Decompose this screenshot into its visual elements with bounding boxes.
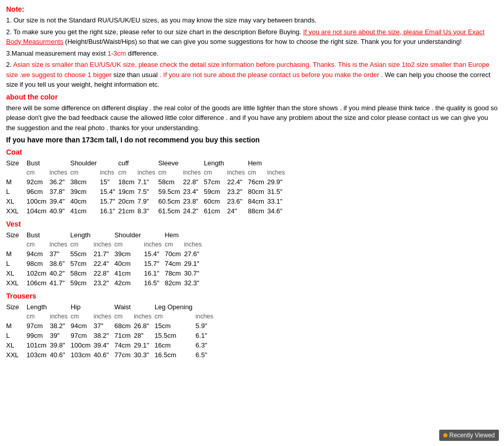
table-cell: 31.5" — [267, 187, 288, 196]
table-cell: 41cm — [70, 206, 100, 216]
table-subheader: cm — [70, 312, 93, 321]
table-header: Hem — [248, 158, 267, 168]
table-cell: 59cm — [70, 278, 94, 288]
table-cell: M — [6, 321, 27, 331]
table-subheader: cm — [165, 240, 184, 249]
table-cell: 38.2" — [93, 331, 114, 340]
table-cell: 39.8" — [50, 340, 71, 350]
table-cell: 6.3" — [195, 340, 216, 350]
about-color-text: there will be some difference on differe… — [6, 103, 498, 133]
table-cell: 15.4" — [144, 249, 165, 259]
table-subheader: cm — [204, 168, 228, 177]
table-cell: 16.1" — [144, 268, 165, 278]
note-line2-suffix: (Height/Bust/Waist/Hips) so that we can … — [63, 38, 462, 45]
table-cell: 94cm — [70, 321, 93, 331]
table-header: Waist — [114, 302, 134, 312]
note-line3-suffix: difference. — [126, 49, 159, 57]
table-cell: 60.5cm — [158, 196, 183, 206]
table-header — [195, 302, 216, 312]
table-cell: 5.9" — [195, 321, 216, 331]
note-line3-red: 1-3cm — [108, 49, 126, 57]
table-cell: 68cm — [114, 321, 134, 331]
table-header: cuff — [118, 158, 138, 168]
table-header: Size — [6, 158, 27, 168]
table-row: XXL103cm40.6"103cm40.6"77cm30.3"16.5cm6.… — [6, 350, 216, 360]
table-cell: 76cm — [248, 177, 267, 187]
table-subheader: inches — [267, 168, 288, 177]
coat-table: SizeBustShouldercuffSleeveLengthHemcminc… — [6, 158, 288, 216]
table-cell: 22.4" — [227, 177, 248, 187]
table-header — [100, 158, 118, 168]
table-row: M94cm37"55cm21.7"39cm15.4"70cm27.6" — [6, 249, 205, 259]
table-header: Length — [27, 302, 50, 312]
table-subheader: inches — [184, 240, 205, 249]
table-cell: 24" — [227, 206, 248, 216]
table-header — [50, 302, 71, 312]
table-cell: 23.2" — [93, 278, 114, 288]
table-cell: XXL — [6, 350, 27, 360]
table-cell: 39.4" — [49, 196, 70, 206]
table-cell: 15.7" — [100, 196, 118, 206]
table-cell: 77cm — [114, 350, 134, 360]
table-cell: 58cm — [158, 177, 183, 187]
table-cell: 40.6" — [93, 350, 114, 360]
table-cell: 38cm — [70, 177, 100, 187]
table-header: Bust — [27, 158, 49, 168]
table-cell: 6.5" — [195, 350, 216, 360]
table-header: Sleeve — [158, 158, 183, 168]
table-row: XXL104cm40.9"41cm16.1"21cm8.3"61.5cm24.2… — [6, 206, 288, 216]
table-cell: 24.2" — [183, 206, 204, 216]
table-cell: 30.3" — [134, 350, 155, 360]
table-cell: 19cm — [118, 187, 138, 196]
table-cell: 42cm — [114, 278, 144, 288]
table-subheader: inches — [144, 240, 165, 249]
table-cell: 100cm — [70, 340, 93, 350]
table-cell: 16.5" — [144, 278, 165, 288]
table-cell: 22.8" — [183, 177, 204, 187]
table-cell: 37.8" — [49, 187, 70, 196]
table-cell: 30.7" — [184, 268, 205, 278]
table-cell: 39.4" — [93, 340, 114, 350]
table-header: Leg Opening — [155, 302, 195, 312]
table-cell: 41.7" — [49, 278, 70, 288]
table-header: Shoulder — [70, 158, 100, 168]
table-cell: 57cm — [70, 259, 94, 268]
table-cell: 40cm — [70, 196, 100, 206]
table-subheader — [6, 168, 27, 177]
table-header — [93, 230, 114, 240]
table-header — [137, 158, 158, 168]
table-cell: XL — [6, 340, 27, 350]
table-cell: 21cm — [118, 206, 138, 216]
table-cell: 58cm — [70, 268, 94, 278]
table-cell: 7.5" — [137, 187, 158, 196]
table-cell: 28" — [134, 331, 155, 340]
table-cell: 97cm — [70, 331, 93, 340]
table-cell: 15cm — [155, 321, 195, 331]
table-subheader: inches — [50, 312, 71, 321]
trousers-section: Trousers SizeLengthHipWaistLeg Openingcm… — [6, 292, 498, 360]
table-cell: 101cm — [27, 340, 50, 350]
table-cell: 80cm — [248, 187, 267, 196]
table-cell: 29.1" — [134, 340, 155, 350]
table-cell: 22.8" — [93, 268, 114, 278]
table-cell: 32.3" — [184, 278, 205, 288]
table-cell: 74cm — [114, 340, 134, 350]
table-header — [183, 158, 204, 168]
trousers-label: Trousers — [6, 292, 498, 300]
table-row: XL101cm39.8"100cm39.4"74cm29.1"16cm6.3" — [6, 340, 216, 350]
table-cell: 36.2" — [49, 177, 70, 187]
table-header: Hip — [70, 302, 93, 312]
table-header — [49, 158, 70, 168]
vest-section: Vest SizeBustLengthShoulderHemcminchescm… — [6, 220, 498, 288]
table-cell: 106cm — [27, 278, 49, 288]
big-notice: If you have more than 173cm tall, I do n… — [6, 136, 498, 144]
table-cell: 29.1" — [184, 259, 205, 268]
table-cell: 97cm — [27, 321, 50, 331]
table-cell: 15.7" — [144, 259, 165, 268]
table-subheader: inchs — [100, 168, 118, 177]
table-cell: L — [6, 331, 27, 340]
table-subheader: inches — [49, 168, 70, 177]
about-color-title: about the color — [6, 93, 498, 101]
table-cell: 20cm — [118, 196, 138, 206]
note-line4: 2. Asian size is smaller than EU/US/UK s… — [6, 60, 498, 90]
